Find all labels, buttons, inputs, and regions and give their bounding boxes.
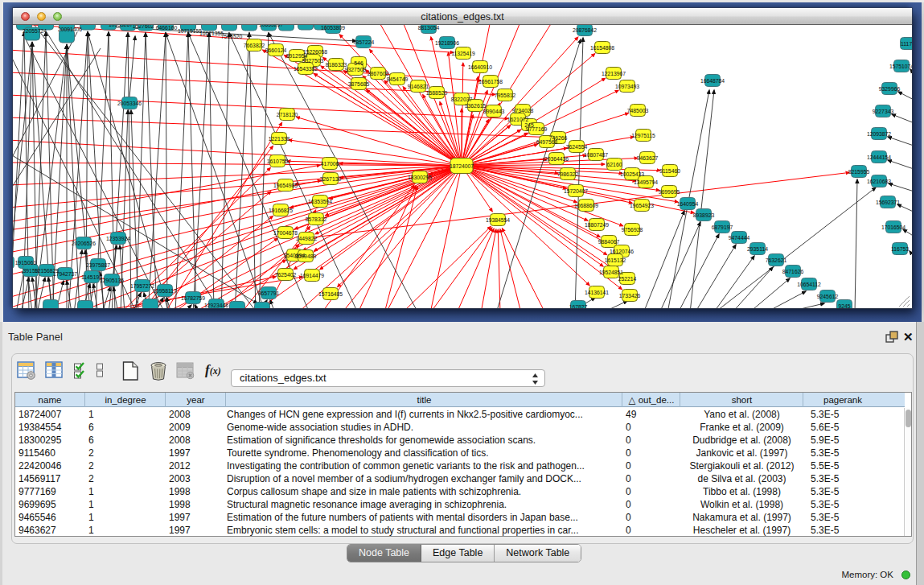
svg-text:1621072: 1621072: [507, 117, 529, 122]
svg-text:3267130: 3267130: [320, 176, 342, 182]
svg-text:1915061: 1915061: [15, 260, 37, 266]
svg-text:9245612: 9245612: [817, 294, 839, 299]
svg-text:8186323: 8186323: [326, 62, 347, 68]
svg-text:116753: 116753: [891, 246, 909, 252]
svg-text:62160: 62160: [607, 162, 622, 167]
svg-text:9777169: 9777169: [526, 126, 548, 132]
svg-text:16782759: 16782759: [181, 295, 205, 301]
svg-text:167827: 167827: [569, 304, 588, 309]
svg-text:15720407: 15720407: [564, 188, 588, 194]
svg-text:22055724: 22055724: [23, 28, 47, 34]
svg-text:10958117: 10958117: [153, 288, 177, 294]
svg-text:20091406: 20091406: [58, 27, 82, 32]
svg-text:1362615: 1362615: [465, 103, 487, 109]
svg-text:8322037: 8322037: [451, 97, 473, 102]
svg-text:10807487: 10807487: [584, 152, 608, 158]
svg-text:17004678: 17004678: [273, 230, 298, 236]
svg-text:252214: 252214: [618, 276, 637, 282]
svg-text:11174: 11174: [901, 41, 912, 47]
svg-text:7485003: 7485003: [627, 108, 649, 113]
svg-text:18724007: 18724007: [450, 163, 474, 169]
svg-text:2718120: 2718120: [277, 112, 298, 117]
svg-text:13495794: 13495794: [634, 179, 658, 185]
svg-text:1615132: 1615132: [605, 257, 626, 263]
svg-text:15716485: 15716485: [318, 291, 343, 297]
svg-text:9245: 9245: [838, 303, 850, 309]
svg-text:19166825: 19166825: [269, 208, 293, 213]
svg-text:15751074: 15751074: [889, 64, 912, 69]
svg-text:16120746: 16120746: [610, 249, 634, 254]
svg-text:15226058: 15226058: [303, 49, 327, 55]
svg-text:2935114: 2935114: [747, 246, 768, 252]
svg-text:1610755: 1610755: [267, 159, 289, 164]
svg-text:18300295: 18300295: [408, 175, 432, 180]
svg-text:12923446: 12923446: [204, 303, 228, 308]
svg-text:6879197: 6879197: [712, 225, 733, 230]
svg-text:12353924: 12353924: [106, 236, 130, 241]
svg-text:14136141: 14136141: [585, 290, 609, 295]
svg-text:12093872: 12093872: [867, 131, 891, 137]
svg-text:16154808: 16154808: [590, 45, 614, 51]
svg-text:2867608: 2867608: [368, 71, 389, 76]
svg-text:9657791: 9657791: [258, 290, 280, 296]
svg-text:10553267: 10553267: [109, 25, 133, 27]
svg-text:7625402: 7625402: [275, 272, 297, 278]
svg-text:3624554: 3624554: [566, 144, 588, 150]
svg-text:9327508: 9327508: [345, 67, 367, 72]
svg-text:8660124: 8660124: [265, 47, 287, 53]
svg-text:8471626: 8471626: [782, 269, 804, 274]
svg-text:7632621: 7632621: [766, 257, 787, 263]
svg-text:10654112: 10654112: [797, 282, 821, 287]
svg-text:18807249: 18807249: [585, 222, 609, 228]
svg-text:10655267: 10655267: [259, 25, 283, 27]
svg-text:16210683: 16210683: [867, 179, 891, 184]
svg-text:8990443: 8990443: [483, 109, 505, 114]
svg-text:9329966: 9329966: [879, 86, 901, 92]
svg-text:20364436: 20364436: [544, 156, 569, 162]
svg-text:16961758: 16961758: [478, 79, 503, 84]
svg-text:9474444: 9474444: [729, 235, 750, 241]
svg-text:7663822: 7663822: [244, 43, 265, 48]
svg-text:12444154: 12444154: [867, 154, 891, 160]
svg-text:16648784: 16648784: [700, 78, 725, 84]
svg-text:15692371: 15692371: [876, 200, 900, 205]
svg-text:10719155: 10719155: [178, 28, 202, 34]
svg-text:19524851: 19524851: [599, 270, 623, 275]
svg-text:17016504: 17016504: [881, 225, 906, 230]
svg-text:8454749: 8454749: [387, 76, 409, 82]
svg-text:16353594: 16353594: [308, 199, 332, 204]
svg-text:7955812: 7955812: [495, 93, 516, 98]
svg-text:16640910: 16640910: [468, 64, 492, 70]
svg-text:19654923: 19654923: [630, 203, 654, 208]
svg-text:19384554: 19384554: [486, 217, 510, 223]
svg-text:9734028: 9734028: [512, 108, 534, 113]
svg-text:9463627: 9463627: [637, 155, 659, 161]
svg-text:12213967: 12213967: [602, 71, 626, 76]
svg-text:11325419: 11325419: [451, 51, 475, 56]
svg-text:16053809: 16053809: [321, 25, 345, 31]
svg-text:9699695: 9699695: [659, 189, 680, 195]
svg-text:8215955: 8215955: [848, 169, 870, 175]
svg-text:1733426: 1733426: [619, 293, 641, 299]
svg-text:1640954: 1640954: [677, 201, 699, 207]
svg-text:1588520: 1588520: [426, 90, 448, 96]
svg-text:7986322: 7986322: [557, 171, 579, 177]
svg-text:9327503: 9327503: [302, 58, 324, 64]
svg-text:6466160: 6466160: [156, 25, 178, 31]
svg-text:1527602: 1527602: [133, 25, 154, 29]
svg-text:23975887: 23975887: [86, 262, 110, 268]
svg-text:9115460: 9115460: [659, 168, 680, 174]
svg-text:19218906: 19218906: [435, 40, 459, 46]
svg-text:417006: 417006: [321, 161, 339, 167]
svg-text:16671355: 16671355: [199, 31, 224, 36]
svg-text:8099489: 8099489: [295, 253, 317, 259]
svg-text:546: 546: [354, 60, 363, 66]
svg-text:8578312: 8578312: [306, 216, 327, 222]
svg-text:7857224: 7857224: [353, 39, 375, 45]
svg-text:10025433: 10025433: [620, 171, 644, 177]
svg-text:9227343: 9227343: [873, 109, 894, 114]
svg-text:16914479: 16914479: [300, 273, 324, 278]
svg-text:10973493: 10973493: [615, 84, 639, 89]
svg-text:17942737: 17942737: [53, 271, 77, 277]
svg-text:6497568: 6497568: [536, 139, 558, 145]
